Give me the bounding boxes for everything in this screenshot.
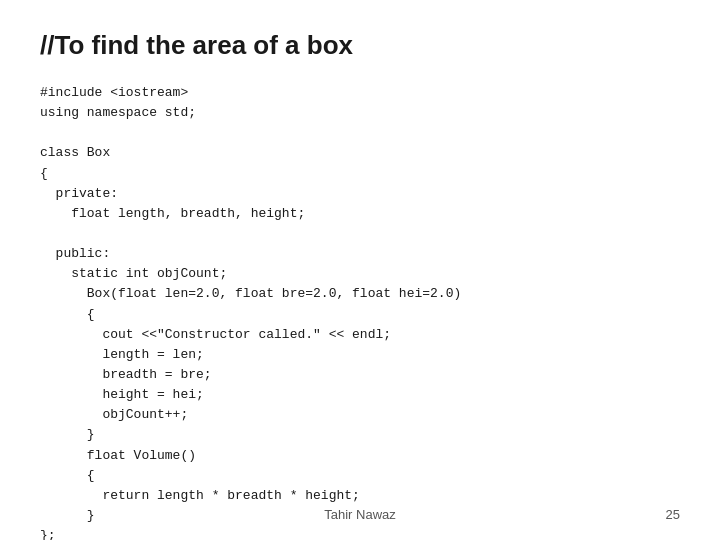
footer: Tahir Nawaz 25 xyxy=(0,507,720,522)
code-block: #include <iostream> using namespace std;… xyxy=(40,83,680,540)
slide-title: //To find the area of a box xyxy=(40,30,680,61)
slide: //To find the area of a box #include <io… xyxy=(0,0,720,540)
footer-page: 25 xyxy=(666,507,680,522)
footer-author: Tahir Nawaz xyxy=(324,507,396,522)
